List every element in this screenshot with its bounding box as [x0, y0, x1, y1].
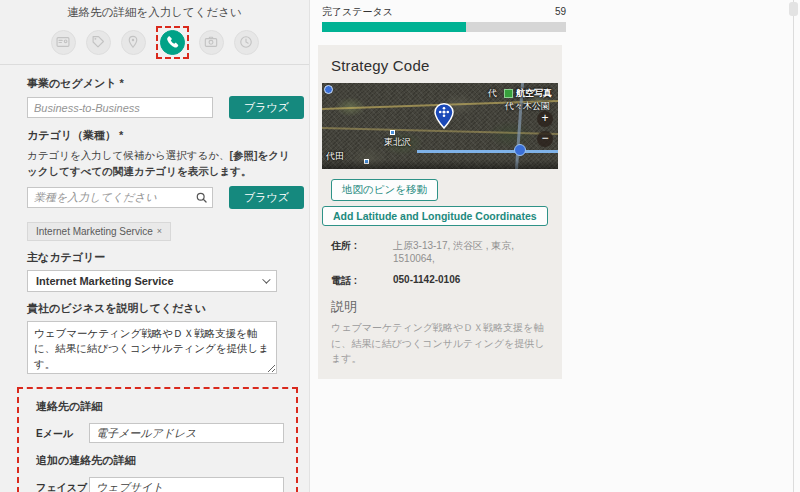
- business-name: Strategy Code: [331, 57, 549, 74]
- bing-places-setup-page: 連絡先の詳細を入力してください: [0, 0, 800, 492]
- step-id-card[interactable]: [51, 30, 76, 55]
- segment-label: 事業のセグメント *: [27, 76, 304, 91]
- map-station-icon: [390, 130, 395, 135]
- facebook-label: フェイスブック: [36, 477, 89, 492]
- completion-status: 完了ステータス 59: [322, 5, 566, 32]
- aerial-view-toggle[interactable]: 航空写真: [504, 87, 552, 100]
- step-categories[interactable]: [86, 30, 111, 55]
- primary-category-value: Internet Marketing Service: [36, 275, 174, 287]
- step-header: 連絡先の詳細を入力してください: [0, 0, 309, 20]
- contact-details-heading: 連絡先の詳細: [36, 399, 284, 414]
- scrollbar-thumb[interactable]: [789, 2, 798, 16]
- location-map[interactable]: 航空写真 代々木公園 代 東北沢 代田 + −: [322, 83, 558, 169]
- address-label: 住所 :: [331, 239, 393, 264]
- location-pin[interactable]: [434, 103, 454, 133]
- category-label: カテゴリ（業種） *: [27, 128, 304, 143]
- facebook-input[interactable]: [89, 477, 284, 492]
- scrollbar-track: [793, 0, 794, 492]
- camera-icon: [204, 35, 218, 49]
- business-description-label: 貴社のビジネスを説明してください: [27, 301, 304, 316]
- progress-bar: [322, 22, 566, 32]
- additional-contact-heading: 追加の連絡先の詳細: [36, 453, 284, 468]
- aerial-view-label: 航空写真: [516, 87, 552, 100]
- map-route-line: [417, 150, 558, 153]
- contact-details-highlight: 連絡先の詳細 Eメール 追加の連絡先の詳細 フェイスブック ツイッター Yelp: [17, 387, 298, 492]
- email-label: Eメール: [36, 423, 89, 440]
- map-label-road: 代: [488, 87, 497, 100]
- search-icon: [195, 190, 208, 208]
- phone-label: 電話 :: [331, 274, 393, 288]
- form-body: 事業のセグメント * ブラウズ カテゴリ（業種） * カテゴリを入力して候補から…: [0, 65, 309, 492]
- completion-status-value: 59: [555, 6, 566, 17]
- tag-icon: [91, 35, 105, 49]
- listing-preview-panel: 完了ステータス 59 Strategy Code 航空写真: [310, 0, 800, 492]
- map-zoom-in-button[interactable]: +: [537, 111, 553, 127]
- map-route-badge: [514, 144, 526, 156]
- category-chip-label: Internet Marketing Service: [36, 226, 153, 237]
- category-browse-button[interactable]: ブラウズ: [229, 186, 304, 209]
- aerial-photo-icon: [504, 89, 513, 98]
- completion-status-label: 完了ステータス: [322, 5, 393, 19]
- primary-category-select[interactable]: Internet Marketing Service: [27, 270, 277, 292]
- progress-fill: [322, 22, 466, 32]
- step-contact[interactable]: [160, 30, 185, 55]
- business-description-textarea[interactable]: ウェブマーケティング戦略やＤＸ戦略支援を軸に、結果に結びつくコンサルティングを提…: [27, 321, 277, 374]
- phone-icon: [165, 35, 179, 49]
- description-text: ウェブマーケティング戦略やＤＸ戦略支援を軸に、結果に結びつくコンサルティングを提…: [331, 320, 549, 367]
- business-preview-card: Strategy Code 航空写真 代々木公園 代 東北沢 代田: [318, 45, 562, 379]
- add-latlng-button[interactable]: Add Latitude and Longitude Coordinates: [322, 206, 548, 226]
- phone-value: 050-1142-0106: [393, 274, 460, 288]
- step-photos[interactable]: [199, 30, 224, 55]
- primary-category-label: 主なカテゴリー: [27, 250, 304, 265]
- chip-remove-icon[interactable]: ×: [157, 226, 162, 236]
- email-input[interactable]: [89, 423, 284, 443]
- map-attribution-strip: [322, 160, 558, 169]
- step-hours[interactable]: [234, 30, 259, 55]
- chevron-down-icon: [262, 275, 270, 283]
- map-zoom-out-button[interactable]: −: [537, 131, 553, 147]
- clock-icon: [239, 35, 253, 49]
- step-location[interactable]: [121, 30, 146, 55]
- category-chip: Internet Marketing Service ×: [27, 222, 171, 241]
- category-search-input[interactable]: [27, 187, 213, 208]
- description-heading: 説明: [331, 298, 549, 316]
- category-help-text: カテゴリを入力して候補から選択するか、[参照]をクリックしてすべての関連カテゴリ…: [27, 148, 293, 180]
- move-map-pin-button[interactable]: 地図のピンを移動: [331, 179, 438, 201]
- segment-browse-button[interactable]: ブラウズ: [229, 96, 304, 119]
- address-value: 上原3-13-17, 渋谷区 , 東京, 1510064,: [393, 239, 549, 264]
- map-pin-icon: [126, 35, 140, 49]
- active-step-highlight: [156, 26, 189, 59]
- id-card-icon: [56, 35, 70, 49]
- segment-input[interactable]: [27, 97, 213, 118]
- map-label-station: 東北沢: [384, 136, 411, 149]
- wizard-steps: [0, 23, 309, 65]
- contact-details-form-panel: 連絡先の詳細を入力してください: [0, 0, 310, 492]
- map-poi-icon: [324, 85, 333, 94]
